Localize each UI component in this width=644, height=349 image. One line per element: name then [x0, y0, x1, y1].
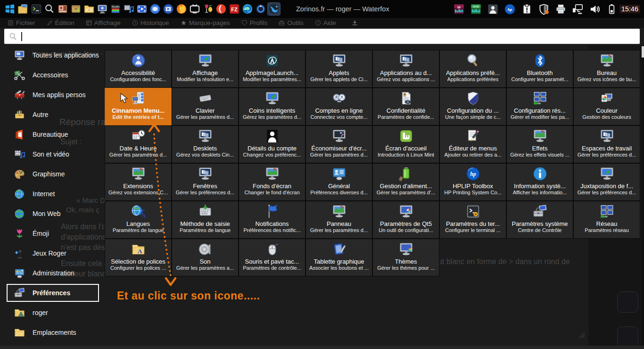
app-selection-de-polices[interactable]: ASélection de policesConfigurer les poli…: [105, 239, 172, 276]
sidebar-item-mes-applis-persos[interactable]: Mes applis persos: [0, 85, 105, 105]
menubar-item-profils[interactable]: Profils: [241, 19, 268, 26]
search-icon[interactable]: [43, 3, 56, 15]
sidebar-item-autre[interactable]: Autre: [0, 105, 105, 125]
firefox-icon[interactable]: [175, 3, 188, 15]
files-icon[interactable]: [17, 3, 29, 15]
search-input[interactable]: [24, 32, 636, 41]
menubar-item-marque-pages[interactable]: Marque-pages: [181, 19, 230, 26]
dvd-icon[interactable]: DVD: [470, 3, 482, 15]
user-icon[interactable]: [487, 3, 499, 15]
display-net-icon[interactable]: [572, 3, 584, 15]
sidebar-item-emoji[interactable]: Émoji: [0, 224, 105, 243]
printer-icon[interactable]: [555, 3, 567, 15]
sidebar-item-roger[interactable]: roger: [0, 303, 105, 323]
sidebar-item-son-et-video[interactable]: Son et vidéo: [0, 144, 105, 164]
app-configuration-res[interactable]: Configuration rés...Gérer et modifier le…: [506, 88, 573, 125]
m4-icon[interactable]: M: [453, 3, 465, 15]
app-affichage[interactable]: AffichageModifier la résolution e...: [172, 50, 239, 88]
app-general[interactable]: GénéralPréférences diverses d...: [305, 163, 372, 201]
sidebar-item-accessoires[interactable]: Accessoires: [0, 65, 105, 85]
menubar-item-aide[interactable]: ?Aide: [315, 19, 336, 26]
app-parametres-systeme[interactable]: Paramètres systèmeCentre de Contrôle: [506, 201, 573, 239]
shield-badge-icon[interactable]: [538, 3, 550, 15]
screenshot-icon[interactable]: [96, 3, 108, 15]
app-notifications[interactable]: NotificationsPréférences des notific...: [239, 201, 305, 239]
menubar-item-affichage[interactable]: Affichage: [86, 19, 121, 26]
download-icon[interactable]: [351, 19, 358, 26]
waterfox-icon[interactable]: [268, 3, 280, 15]
app-extensions[interactable]: ExtensionsGérez vos extensions C...: [105, 163, 172, 201]
app-clavier[interactable]: ClavierGérer les paramètres d...: [172, 88, 239, 125]
movie-player-icon[interactable]: [149, 3, 161, 15]
app-applications-au-d[interactable]: Applications au d...Gérez vos applicatio…: [372, 50, 439, 88]
app-espaces-de-travail[interactable]: Espaces de travailGérer les préférences …: [573, 125, 640, 163]
start-icon[interactable]: [4, 3, 16, 15]
app-configuration-du[interactable]: Configuration du ...Une façon simple de …: [439, 88, 506, 125]
video-editor-icon[interactable]: [136, 3, 148, 15]
package-icon[interactable]: [57, 3, 69, 15]
menubar-item-outils[interactable]: Outils: [279, 19, 304, 26]
app-parametres-de-qt5[interactable]: Paramètres de Qt5Un outil de configurati…: [372, 201, 439, 239]
opera-icon[interactable]: [215, 3, 227, 15]
app-applications-prefe[interactable]: Applications préfé...Applications préfér…: [439, 50, 506, 88]
app-fenetres[interactable]: FenêtresGérer les préférences d...: [172, 163, 239, 201]
app-comptes-en-ligne[interactable]: Comptes en ligneConnectez vos compte...: [305, 88, 372, 125]
app-confidentialite[interactable]: ConfidentialitéParamètres de confide...: [372, 88, 439, 125]
app-bureau[interactable]: BureauGérez vos icônes de bu...: [573, 50, 640, 88]
file-manager-icon[interactable]: [83, 3, 95, 15]
app-tablette-graphique[interactable]: Tablette graphiqueAssocier les boutons e…: [305, 239, 372, 276]
sidebar-item-emplacements[interactable]: Emplacements: [0, 323, 105, 342]
tv-app-icon[interactable]: [189, 3, 201, 15]
sidebar-item-jeux-roger[interactable]: Jeux Roger: [0, 243, 105, 263]
wine-icon[interactable]: [202, 3, 214, 15]
app-coins-intelligents[interactable]: Coins intelligentsGérez les paramètres d…: [239, 88, 305, 125]
sidebar-item-graphisme[interactable]: Graphisme: [0, 164, 105, 184]
app-economiseur-d-ecr[interactable]: Économiseur d'écr...Gérer les paramètres…: [305, 125, 372, 163]
browser-o-icon[interactable]: [255, 3, 267, 15]
app-effets[interactable]: EffetsGérez les effets visuels ...: [506, 125, 573, 163]
app-bluetooth[interactable]: BluetoothConfigurer les paramèt...: [506, 50, 573, 88]
app-date-heure[interactable]: Date & HeureGérer les paramètres d...: [105, 125, 172, 163]
app-juxtaposition-de-f[interactable]: Juxtaposition de f...Gérer les préférenc…: [573, 163, 640, 201]
hp-small-icon[interactable]: hp: [504, 3, 516, 15]
app-methode-de-saisie[interactable]: Méthode de saisieParamètres de langue: [172, 201, 239, 239]
movie-player-2-icon[interactable]: [162, 3, 174, 15]
filezilla-icon[interactable]: FZ: [228, 3, 240, 15]
archive-icon[interactable]: [70, 3, 82, 15]
app-son[interactable]: SonGérer les paramètres a...: [172, 239, 239, 276]
menubar-item-historique[interactable]: Historique: [132, 19, 169, 26]
terminal-icon[interactable]: [30, 3, 42, 15]
app-ecran-d-accueil[interactable]: Écran d'accueilIntroduction à Linux Mint: [372, 125, 439, 163]
sidebar-item-toutes-les-applications[interactable]: Toutes les applications: [0, 45, 105, 65]
battery-sm-icon[interactable]: [606, 3, 618, 15]
app-editeur-de-menus[interactable]: Éditeur de menusAjouter ou retirer des a…: [439, 125, 506, 163]
app-reseau[interactable]: RéseauParamètres réseau: [573, 201, 640, 239]
menu-scrollbar[interactable]: [642, 45, 644, 346]
edge-icon[interactable]: [241, 3, 254, 15]
menu-search-bar[interactable]: [4, 28, 640, 44]
app-panneau[interactable]: PanneauGérer les paramètres d...: [305, 201, 372, 239]
sidebar-item-internet[interactable]: Internet: [0, 184, 105, 204]
sidebar-item-administration[interactable]: Administration: [0, 263, 105, 283]
app-fonds-d-ecran[interactable]: Fonds d'écranChanger le fond d'écran: [239, 163, 305, 201]
sidebar-item-bureautique[interactable]: Bureautique: [0, 125, 105, 144]
app-accessibilite[interactable]: AccessibilitéConfiguration des fonc...: [105, 50, 172, 88]
app-themes[interactable]: ThèmesGérer les thèmes pour ...: [372, 239, 439, 276]
app-parametres-du-ter[interactable]: Paramètres du ter...Configurer le termin…: [439, 201, 506, 239]
app-gestion-d-aliment[interactable]: Gestion d'aliment...Gérer les paramètres…: [372, 163, 439, 201]
studio-icon[interactable]: Studio: [109, 3, 122, 15]
app-souris-et-pave-tac[interactable]: Souris et pavé tac...Paramètres de contr…: [239, 239, 305, 276]
app-appimagelaunch[interactable]: AppImageLaunch...Modifier les paramètres…: [239, 50, 305, 88]
app-hplip-toolbox[interactable]: hpHPLIP ToolboxHP Printing System Co...: [439, 163, 506, 201]
app-cinnamon-menu[interactable]: Cinnamon Menu...Edit the entries of t...: [105, 88, 172, 125]
app-information-syste[interactable]: Information systè...Afficher les informa…: [506, 163, 573, 201]
scrollbar-thumb[interactable]: [642, 46, 644, 58]
app-applets[interactable]: AppletsGérer les applets de Ci...: [305, 50, 372, 88]
media-player-icon[interactable]: [123, 3, 135, 15]
app-couleur[interactable]: CouleurGestion des couleurs: [573, 88, 640, 125]
app-details-du-compte[interactable]: Détails du compteChangez vos préférenc..…: [239, 125, 305, 163]
app-desklets[interactable]: DeskletsGérez vos desklets Cin...: [172, 125, 239, 163]
app-langues[interactable]: ALanguesParamètres de langue: [105, 201, 172, 239]
sidebar-item-mon-web[interactable]: Mon Web: [0, 204, 105, 224]
menubar-item-fichier[interactable]: Fichier: [8, 19, 35, 26]
